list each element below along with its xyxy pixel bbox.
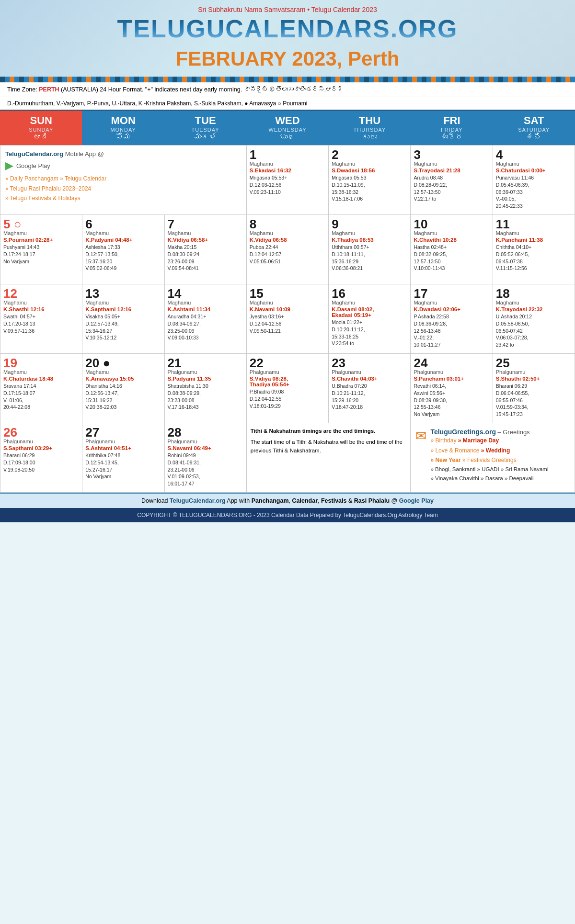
promo-links: » Daily Panchangam » Telugu Calendar » T… bbox=[5, 174, 242, 203]
promo-link-1[interactable]: » Daily Panchangam » Telugu Calendar bbox=[5, 174, 242, 183]
love-link[interactable]: » Love & Romance bbox=[430, 447, 479, 454]
day-4: 4 Maghamu S.Chaturdasi 0:00+ Punarvasu 1… bbox=[493, 146, 575, 215]
day-8: 8 Maghamu K.Vidiya 06:58 Pubba 22:44D.12… bbox=[247, 215, 329, 284]
day-22: 22 Phalgunamu S.Vidiya 08:28,Thadiya 05:… bbox=[247, 354, 329, 423]
day-13: 13 Maghamu K.Sapthami 12:16 Visakha 05:0… bbox=[82, 284, 164, 354]
header-thu: THU THURSDAY గురు bbox=[329, 111, 411, 145]
timezone-label: Time Zone: bbox=[7, 86, 39, 93]
month-title: FEBRUARY 2023, Perth bbox=[10, 43, 565, 73]
month-year: FEBRUARY 2023, bbox=[176, 47, 343, 70]
day-24: 24 Phalgunamu S.Panchami 03:01+ Revathi … bbox=[411, 354, 493, 423]
day-20: 20 ● Maghamu K.Amavasya 15:05 Dhanistha … bbox=[82, 354, 164, 423]
greetings-text: TeluguGreetings.org – Greetings » Birthd… bbox=[430, 428, 548, 483]
google-play-line: ▶ Google Play bbox=[5, 159, 242, 172]
tithi-info-title: Tithi & Nakshatram timings are the end t… bbox=[251, 428, 376, 434]
footer-google-play[interactable]: Google Play bbox=[399, 497, 434, 504]
day-9: 9 Maghamu K.Thadiya 08:53 Utththara 00:5… bbox=[329, 215, 411, 284]
greetings-cell: ✉ TeluguGreetings.org – Greetings » Birt… bbox=[411, 423, 575, 493]
day-1: 1 Maghamu S.Ekadasi 16:32 Mrigasira 05:5… bbox=[247, 146, 329, 215]
footer-promo: Download TeluguCalendar.org App with Pan… bbox=[0, 493, 575, 508]
decorative-border bbox=[0, 77, 575, 82]
calendar-grid: TeluguCalendar.org Mobile App @ ▶ Google… bbox=[0, 145, 575, 493]
google-play-text[interactable]: Google Play bbox=[16, 162, 50, 169]
day-17: 17 Maghamu K.Dwadasi 02:06+ P.Ashada 22:… bbox=[411, 284, 493, 354]
day-7: 7 Maghamu K.Vidiya 06:58+ Makha 20:15D.0… bbox=[165, 215, 247, 284]
festival-list-2[interactable]: » Vinayaka Chavithi » Dasara » Deepavali bbox=[430, 475, 533, 481]
day-6: 6 Maghamu K.Padyami 04:48+ Ashlesha 17:3… bbox=[82, 215, 164, 284]
header-mon: MON MONDAY సోమ bbox=[82, 111, 164, 145]
greetings-title: TeluguGreetings.org – Greetings bbox=[430, 428, 548, 436]
day-28: 28 Phalgunamu S.Navami 06:49+ Rohini 09:… bbox=[165, 423, 247, 493]
day-14: 14 Maghamu K.Ashtami 11:34 Anuradha 04:3… bbox=[165, 284, 247, 354]
day-25: 25 Phalgunamu S.Shasthi 02:50+ Bharani 0… bbox=[493, 354, 575, 423]
day-16: 16 Maghamu K.Dasami 08:02,Ekadasi 05:19+… bbox=[329, 284, 411, 354]
info-bar: Time Zone: PERTH (AUSTRALIA) 24 Hour For… bbox=[0, 82, 575, 97]
page-wrapper: Sri Subhakrutu Nama Samvatsaram • Telugu… bbox=[0, 0, 575, 522]
day-3: 3 Maghamu S.Trayodasi 21:28 Arudra 08:48… bbox=[411, 146, 493, 215]
timezone-details: (AUSTRALIA) 24 Hour Format. "+" indicate… bbox=[61, 86, 344, 93]
play-icon: ▶ bbox=[5, 159, 13, 172]
promo-link-2[interactable]: » Telugu Rasi Phalalu 2023–2024 bbox=[5, 184, 242, 193]
tithi-info-cell: Tithi & Nakshatram timings are the end t… bbox=[247, 423, 411, 493]
footer-site-link[interactable]: TeluguCalendar.org bbox=[170, 497, 225, 504]
day-11: 11 Maghamu K.Panchami 11:38 Chiththa 04:… bbox=[493, 215, 575, 284]
header: Sri Subhakrutu Nama Samvatsaram • Telugu… bbox=[0, 0, 575, 77]
day-2: 2 Maghamu S.Dwadasi 18:56 Mrigasira 05:5… bbox=[329, 146, 411, 215]
marriage-day-link[interactable]: » Marriage Day bbox=[458, 437, 499, 444]
city: Perth bbox=[348, 47, 399, 70]
day-12: 12 Maghamu K.Shasthi 12:16 Swathi 04:57+… bbox=[0, 284, 82, 354]
festival-list-1[interactable]: » Bhogi, Sankranti » UGADI » Sri Rama Na… bbox=[430, 466, 548, 472]
footer-copyright: COPYRIGHT © TELUGUCALENDARS.ORG - 2023 C… bbox=[0, 508, 575, 522]
day-10: 10 Maghamu K.Chavithi 10:28 Hastha 02:48… bbox=[411, 215, 493, 284]
day-27: 27 Phalgunamu S.Ashtami 04:51+ Kriththik… bbox=[82, 423, 164, 493]
promo-link-3[interactable]: » Telugu Festivals & Holidays bbox=[5, 193, 242, 203]
greetings-content: ✉ TeluguGreetings.org – Greetings » Birt… bbox=[415, 428, 570, 483]
day-18: 18 Maghamu K.Trayodasi 22:32 U.Ashada 20… bbox=[493, 284, 575, 354]
day-21: 21 Phalgunamu S.Padyami 11:35 Shatrabish… bbox=[165, 354, 247, 423]
day-5: 5 ○ Maghamu S.Pournami 02:28+ Pushyami 1… bbox=[0, 215, 82, 284]
birthday-link[interactable]: » Birthday bbox=[430, 437, 456, 444]
day-23: 23 Phalgunamu S.Chavithi 04:03+ U.Bhadra… bbox=[329, 354, 411, 423]
promo-cell: TeluguCalendar.org Mobile App @ ▶ Google… bbox=[0, 146, 247, 215]
header-wed: WED WEDNESDAY బుధ bbox=[246, 111, 328, 145]
day-headers: SUN SUNDAY ఆది MON MONDAY సోమ TUE TUESDA… bbox=[0, 111, 575, 145]
header-sat: SAT SATURDAY శని bbox=[493, 111, 575, 145]
legend: D.-Durmuhurtham, V.-Varjyam, P.-Purva, U… bbox=[0, 97, 575, 111]
day-15: 15 Maghamu K.Navami 10:09 Jyestha 03:16+… bbox=[247, 284, 329, 354]
calendar: SUN SUNDAY ఆది MON MONDAY సోమ TUE TUESDA… bbox=[0, 111, 575, 493]
header-tue: TUE TUESDAY మంగళ bbox=[164, 111, 246, 145]
site-title: TELUGUCALENDARS.ORG bbox=[10, 15, 565, 43]
envelope-icon: ✉ bbox=[415, 428, 426, 444]
wedding-link[interactable]: » Wedding bbox=[481, 447, 510, 454]
header-sun: SUN SUNDAY ఆది bbox=[0, 111, 82, 145]
festivals-link[interactable]: » Festivals Greetings bbox=[462, 457, 517, 463]
day-19: 19 Maghamu K.Chaturdasi 18:48 Sravana 17… bbox=[0, 354, 82, 423]
tithi-info-body: The start time of a Tithi & Nakshatra wi… bbox=[251, 438, 407, 455]
new-year-link[interactable]: » New Year bbox=[430, 457, 460, 463]
subtitle: Sri Subhakrutu Nama Samvatsaram • Telugu… bbox=[10, 6, 565, 13]
timezone-city: PERTH bbox=[39, 86, 59, 93]
promo-site-link[interactable]: TeluguCalendar.org Mobile App @ bbox=[5, 150, 242, 158]
day-26: 26 Phalgunamu S.Sapthami 03:29+ Bharani … bbox=[0, 423, 82, 493]
header-fri: FRI FRIDAY శుక్ర bbox=[411, 111, 493, 145]
